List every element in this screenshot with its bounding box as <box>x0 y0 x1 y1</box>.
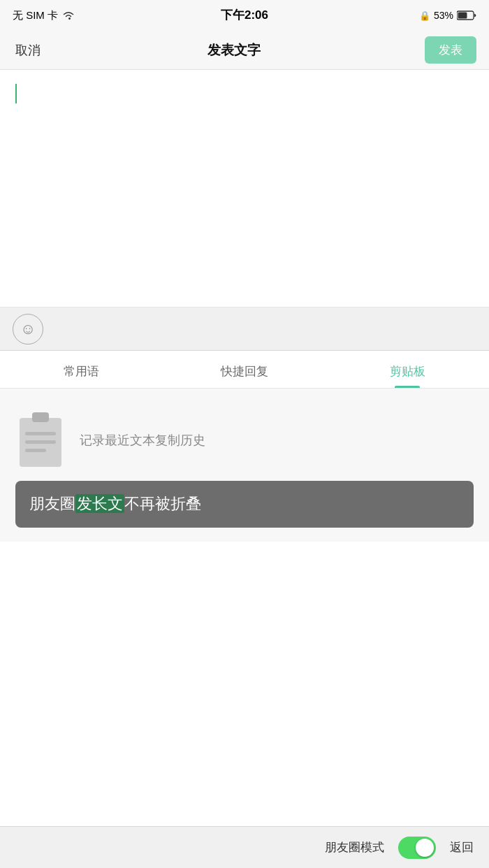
tab-common[interactable]: 常用语 <box>0 363 163 388</box>
status-right: 🔒 53% <box>419 10 476 21</box>
emoji-toolbar: ☺ <box>0 308 489 351</box>
clipboard-icon <box>15 410 66 471</box>
tabs-bar: 常用语 快捷回复 剪贴板 <box>0 351 489 389</box>
toggle-knob <box>416 839 434 857</box>
cancel-button[interactable]: 取消 <box>13 36 43 64</box>
clipboard-info: 记录最近文本复制历史 <box>15 410 474 471</box>
status-bar: 无 SIM 卡 下午2:06 🔒 53% <box>0 0 489 31</box>
battery-percent: 53% <box>434 10 453 21</box>
tab-clipboard[interactable]: 剪贴板 <box>326 363 489 388</box>
clipboard-info-text: 记录最近文本复制历史 <box>80 431 205 450</box>
svg-rect-4 <box>25 432 56 435</box>
page-title: 发表文字 <box>207 41 261 59</box>
emoji-button[interactable]: ☺ <box>13 314 43 345</box>
mode-label: 朋友圈模式 <box>325 839 384 855</box>
paste-highlight: 发长文 <box>75 494 124 513</box>
publish-button[interactable]: 发表 <box>425 36 476 64</box>
lock-icon: 🔒 <box>419 10 430 21</box>
nav-bar: 取消 发表文字 发表 <box>0 31 489 70</box>
text-cursor <box>15 84 17 103</box>
svg-rect-3 <box>32 412 49 422</box>
battery-icon <box>457 10 476 20</box>
emoji-face-icon: ☺ <box>20 320 36 338</box>
tab-quick-reply[interactable]: 快捷回复 <box>163 363 326 388</box>
svg-rect-1 <box>458 13 467 19</box>
sim-status: 无 SIM 卡 <box>13 9 58 22</box>
text-input-area[interactable] <box>0 70 489 308</box>
bottom-bar: 朋友圈模式 返回 <box>0 826 489 868</box>
status-time: 下午2:06 <box>221 7 268 23</box>
status-left: 无 SIM 卡 <box>13 9 75 22</box>
paste-text: 朋友圈发长文不再被折叠 <box>29 493 201 515</box>
back-button[interactable]: 返回 <box>450 839 474 855</box>
friends-mode-toggle[interactable] <box>398 837 436 859</box>
svg-rect-6 <box>25 449 46 452</box>
clipboard-paste-item[interactable]: 朋友圈发长文不再被折叠 <box>15 481 474 528</box>
wifi-icon <box>62 10 75 20</box>
clipboard-area: 记录最近文本复制历史 朋友圈发长文不再被折叠 <box>0 389 489 542</box>
svg-rect-5 <box>25 440 56 444</box>
